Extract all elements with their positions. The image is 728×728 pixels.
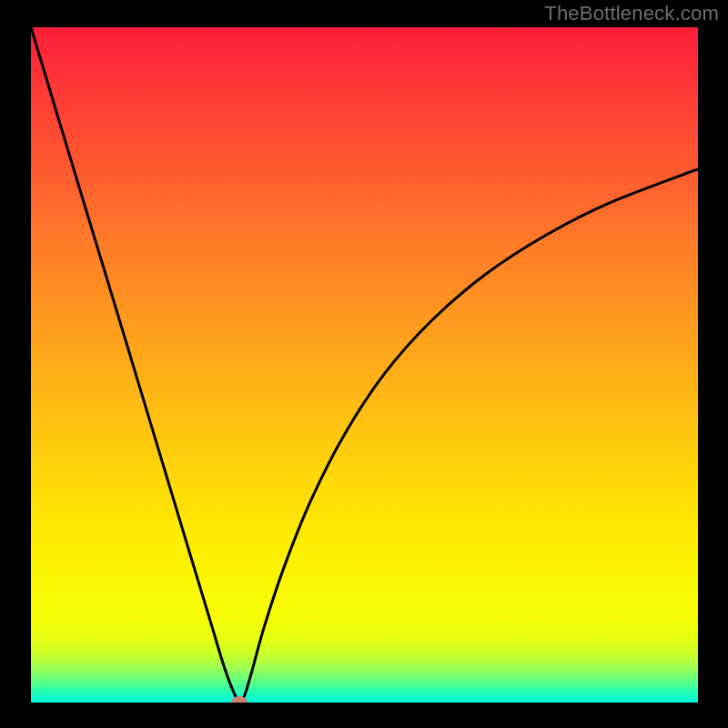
- watermark-text: TheBottleneck.com: [544, 2, 719, 25]
- bottleneck-curve: [31, 27, 698, 703]
- chart-frame: TheBottleneck.com: [0, 0, 728, 728]
- plot-area: [31, 27, 698, 703]
- optimal-point-marker: [232, 696, 248, 703]
